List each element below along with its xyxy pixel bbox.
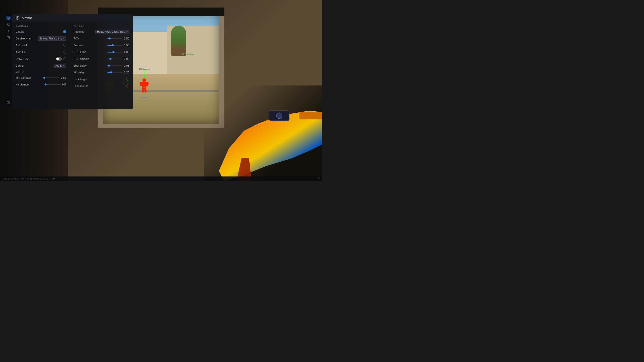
svg-point-27 [8, 24, 9, 25]
rcs-fov-track[interactable] [107, 52, 123, 53]
sidebar-item-files[interactable] [6, 100, 11, 105]
smooth-track[interactable] [107, 45, 123, 46]
corner-indicator: ◎ [318, 176, 320, 179]
smooth-thumb[interactable] [112, 44, 114, 46]
auto-wall-toggle[interactable] [63, 44, 66, 47]
kill-delay-label: Kill delay [73, 71, 85, 74]
svg-point-28 [7, 23, 10, 26]
draw-fov-label: Draw FOV [16, 57, 28, 60]
kill-delay-control: 0.25 [107, 71, 129, 74]
shot-delay-label: Shot delay [73, 64, 87, 67]
auto-wall-label: Auto wall [16, 44, 27, 47]
left-column: GLOBALS Enable Disable when Smoke, Flash… [12, 22, 70, 109]
auto-wall-row: Auto wall [16, 43, 66, 48]
rcs-fov-control: 4.00 [107, 51, 129, 54]
hit-chance-row: Hit chance 0% [16, 82, 66, 87]
crosshair: + [160, 66, 162, 70]
status-text: Max 22 17:48:00 - 8 07-00-16-00 0:0:0:0:… [3, 177, 55, 180]
extra-label: EXTRA [16, 71, 66, 73]
svg-rect-33 [7, 101, 9, 104]
disable-when-label: Disable when [16, 37, 32, 40]
sidebar-item-back[interactable] [6, 29, 11, 33]
lock-mouse-toggle[interactable] [126, 84, 129, 87]
svg-rect-19 [299, 112, 322, 119]
draw-fov-switch[interactable] [56, 57, 62, 61]
svg-marker-18 [219, 111, 322, 181]
sidebar-item-config[interactable] [6, 35, 11, 40]
main-panel: Aimbot GLOBALS Enable Disable when Smoke… [12, 14, 133, 109]
disable-when-row: Disable when Smoke, Flash, Jump ▾ [16, 36, 66, 41]
lock-target-toggle[interactable] [126, 78, 129, 81]
smooth-control: 3.50 [107, 44, 129, 47]
hitboxes-row: Hitboxes Head, Neck, Chest, Sto... ▾ [73, 29, 129, 34]
enable-label: Enable [16, 30, 24, 33]
shot-delay-track[interactable] [107, 65, 123, 66]
kill-delay-row: Kill delay 0.25 [73, 70, 129, 75]
svg-rect-17 [144, 87, 147, 93]
hit-chance-value: 0% [62, 83, 66, 86]
hitboxes-label: Hitboxes [73, 30, 84, 33]
svg-point-12 [142, 78, 146, 82]
config-dropdown-arrow: ▾ [63, 65, 64, 67]
disable-when-dropdown[interactable]: Smoke, Flash, Jump ▾ [38, 36, 66, 41]
svg-point-24 [276, 113, 282, 119]
enable-toggle[interactable] [63, 30, 66, 33]
hit-chance-thumb[interactable] [45, 83, 47, 85]
right-column: TARGET Hitboxes Head, Neck, Chest, Sto..… [70, 22, 133, 109]
draw-fov-toggle[interactable] [63, 57, 66, 60]
kill-delay-value: 0.25 [124, 71, 129, 74]
hitboxes-dropdown[interactable]: Head, Neck, Chest, Sto... ▾ [95, 30, 129, 34]
hit-chance-control: 0% [46, 83, 66, 86]
config-label: Config [16, 64, 24, 67]
min-damage-label: Min damage [16, 76, 31, 79]
panel-header: Aimbot [12, 14, 133, 22]
kill-delay-track[interactable] [107, 72, 123, 73]
smooth-value: 3.50 [124, 44, 129, 47]
auto-fire-toggle[interactable] [63, 51, 66, 54]
rcs-smooth-value: 2.00 [124, 57, 129, 60]
rcs-fov-row: RCS FOV 4.00 [73, 50, 129, 55]
rcs-smooth-thumb[interactable] [109, 58, 111, 60]
shot-delay-thumb[interactable] [108, 65, 110, 67]
rcs-fov-thumb[interactable] [112, 51, 114, 53]
min-damage-value: 0 hp [61, 76, 66, 79]
shot-delay-value: 0.03 [124, 64, 129, 67]
aimbot-icon [16, 16, 20, 20]
shot-delay-control: 0.03 [107, 64, 129, 67]
fov-track[interactable] [107, 38, 123, 39]
lock-target-row: Lock target [73, 77, 129, 82]
fov-thumb[interactable] [109, 37, 111, 39]
hitboxes-arrow: ▾ [127, 31, 128, 33]
rcs-fov-value: 4.00 [124, 51, 129, 54]
rcs-smooth-label: RCS smooth [73, 57, 89, 60]
min-damage-row: Min damage 0 hp [16, 75, 66, 80]
auto-fire-label: Auto fire [16, 51, 26, 54]
target-label: TARGET [73, 25, 129, 27]
kill-delay-thumb[interactable] [110, 71, 112, 73]
dropdown-arrow: ▾ [63, 37, 64, 40]
svg-point-26 [8, 18, 9, 19]
hit-chance-track[interactable] [46, 84, 61, 85]
lock-mouse-label: Lock mouse [73, 84, 88, 87]
fov-label: FOV [73, 37, 79, 40]
min-damage-control: 0 hp [44, 76, 66, 79]
smooth-label: Smooth [73, 44, 83, 47]
min-damage-thumb[interactable] [43, 77, 45, 79]
panel-content: GLOBALS Enable Disable when Smoke, Flash… [12, 22, 133, 109]
shot-delay-row: Shot delay 0.03 [73, 63, 129, 68]
fov-value: 2.50 [124, 37, 129, 40]
smooth-row: Smooth 3.50 [73, 43, 129, 48]
rcs-smooth-control: 2.00 [107, 57, 129, 60]
globals-label: GLOBALS [16, 25, 66, 27]
sidebar-item-settings[interactable] [6, 22, 11, 27]
rcs-smooth-track[interactable] [107, 59, 123, 59]
sidebar [5, 14, 12, 107]
status-bar: Max 22 17:48:00 - 8 07-00-16-00 0:0:0:0:… [0, 176, 322, 181]
bot-armani: БОТ-Армани [139, 68, 149, 98]
config-dropdown[interactable]: AK-47 ▾ [54, 64, 66, 68]
config-row: Config AK-47 ▾ [16, 63, 66, 68]
sidebar-item-aimbot[interactable] [6, 16, 11, 20]
fov-row: FOV 2.50 [73, 36, 129, 41]
svg-rect-16 [142, 87, 144, 93]
min-damage-track[interactable] [44, 77, 59, 78]
